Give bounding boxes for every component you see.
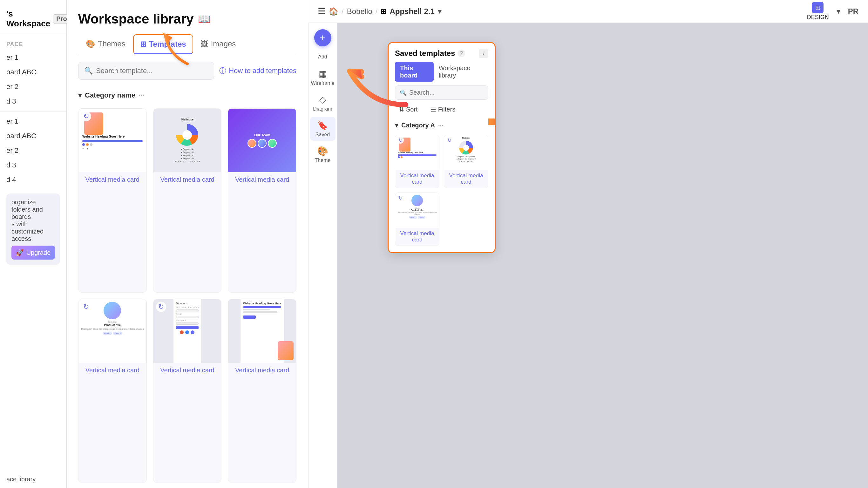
mini-avatar-3 bbox=[268, 139, 277, 148]
right-red-arrow-wrapper bbox=[488, 112, 496, 132]
saved-label-2: Label 2 bbox=[418, 216, 426, 219]
mini-numbers: $$ bbox=[82, 147, 143, 150]
mini-bar-1 bbox=[82, 140, 143, 142]
category-more-icon[interactable]: ··· bbox=[138, 91, 144, 99]
sidebar-item-1[interactable]: er 1 bbox=[0, 50, 66, 65]
mini-dot-2 bbox=[86, 143, 89, 146]
sidebar-item-board-abc[interactable]: oard ABC bbox=[0, 65, 66, 80]
mini-dot-3 bbox=[90, 143, 92, 146]
saved-panel-close-button[interactable]: ‹ bbox=[479, 49, 488, 58]
mini-product-labels: Label 1 Label 2 bbox=[81, 332, 144, 335]
sidebar-section-pace: PACE bbox=[0, 35, 66, 50]
template-card-5[interactable]: ↻ Sign up First name Last name Email Pas… bbox=[153, 299, 222, 483]
saved-product-img bbox=[411, 195, 423, 206]
how-to-link[interactable]: ⓘ How to add templates bbox=[219, 66, 297, 75]
breadcrumb-dropdown-icon[interactable]: ▾ bbox=[438, 7, 442, 16]
saved-category-header: ▾ Category A ··· bbox=[389, 119, 495, 131]
saved-category-more[interactable]: ··· bbox=[438, 122, 443, 129]
template-label-4[interactable]: Vertical media card bbox=[79, 363, 147, 378]
mini-form-field-2 bbox=[176, 316, 199, 318]
tab-images[interactable]: 🖼 Images bbox=[193, 34, 244, 54]
design-button[interactable]: ⊞ DESIGN bbox=[807, 2, 829, 21]
saved-card-label-2[interactable]: Vertical media card bbox=[444, 170, 488, 188]
tool-diagram[interactable]: ◇ Diagram bbox=[310, 91, 336, 115]
add-button[interactable]: + bbox=[314, 29, 331, 47]
upgrade-label: Upgrade bbox=[26, 249, 51, 256]
mini-website-gray-1 bbox=[243, 309, 270, 310]
mini-label-2: Label 2 bbox=[113, 332, 122, 335]
saved-category-label: Category A bbox=[401, 122, 435, 129]
mini-label-1: Label 1 bbox=[103, 332, 112, 335]
saved-refresh-2[interactable]: ↻ bbox=[446, 136, 453, 144]
saved-product-labels: Label 1 Label 2 bbox=[409, 216, 426, 219]
category-header: ▾ Category name ··· bbox=[67, 87, 308, 103]
template-label-6[interactable]: Vertical media card bbox=[228, 363, 296, 378]
template-card-1[interactable]: ↻ Website Heading Goes Here $$ Vertical … bbox=[78, 108, 147, 293]
sidebar-item-4[interactable]: er 1 bbox=[0, 114, 66, 129]
mini-product-desc: Description about the product: quis nost… bbox=[81, 328, 144, 330]
diagram-icon: ◇ bbox=[319, 94, 326, 105]
mini-website-bar-1 bbox=[243, 306, 281, 308]
saved-refresh-1[interactable]: ↻ bbox=[397, 136, 404, 144]
breadcrumb-project[interactable]: Bobello bbox=[347, 7, 372, 16]
saved-refresh-3[interactable]: ↻ bbox=[397, 194, 404, 202]
pie-chart-svg bbox=[175, 122, 200, 148]
saved-search-input[interactable] bbox=[409, 89, 484, 96]
refresh-icon-4[interactable]: ↻ bbox=[81, 302, 91, 312]
saved-card-label-3[interactable]: Vertical media card bbox=[395, 228, 439, 246]
topbar-more-icon[interactable]: ▾ bbox=[837, 7, 840, 16]
tool-saved[interactable]: 🔖 Saved bbox=[310, 117, 336, 141]
sidebar-item-7[interactable]: d 3 bbox=[0, 158, 66, 173]
hamburger-icon[interactable]: ☰ bbox=[318, 6, 326, 17]
saved-thumb-2: ↻ Statistics bbox=[444, 135, 488, 170]
mini-website-gray-2 bbox=[243, 311, 277, 313]
how-to-label: How to add templates bbox=[229, 67, 297, 75]
theme-label: Theme bbox=[315, 158, 331, 163]
template-card-2[interactable]: Statistics ■ Segment A■ Segment B■ Segme… bbox=[153, 108, 222, 293]
themes-icon: 🎨 bbox=[86, 39, 95, 48]
template-card-6[interactable]: Website Heading Goes Here Vertical media… bbox=[228, 299, 297, 483]
upgrade-button[interactable]: 🚀 Upgrade bbox=[11, 246, 55, 260]
saved-mini-stats-title: Statistics bbox=[462, 137, 470, 139]
mini-chart-title: Statistics bbox=[181, 118, 193, 121]
library-title-row: Workspace library 📖 bbox=[78, 11, 297, 27]
tab-themes-label: Themes bbox=[98, 39, 125, 48]
template-label-3[interactable]: Vertical media card bbox=[228, 172, 296, 187]
saved-label: Saved bbox=[315, 132, 330, 138]
template-thumb-6: Website Heading Goes Here bbox=[228, 299, 296, 363]
sidebar-item-2[interactable]: er 2 bbox=[0, 80, 66, 94]
breadcrumb: 🏠 / Bobello / ⊞ Appshell 2.1 ▾ bbox=[329, 7, 442, 16]
template-label-2[interactable]: Vertical media card bbox=[153, 172, 221, 187]
breadcrumb-board[interactable]: Appshell 2.1 bbox=[390, 7, 434, 16]
sidebar-item-6[interactable]: er 2 bbox=[0, 143, 66, 158]
refresh-icon-1[interactable]: ↻ bbox=[81, 111, 91, 121]
template-card-4[interactable]: ↻ Subtitle Product title Description abo… bbox=[78, 299, 147, 483]
workspace-library-label: Workspace library bbox=[439, 64, 470, 79]
filters-button[interactable]: ☰ Filters bbox=[427, 103, 459, 115]
templates-icon: ⊞ bbox=[140, 40, 147, 49]
template-label-5[interactable]: Vertical media card bbox=[153, 363, 221, 378]
sidebar-divider bbox=[0, 111, 66, 112]
saved-help-icon: ? bbox=[458, 50, 465, 57]
mini-team-title: Our Team bbox=[254, 133, 270, 137]
saved-card-2[interactable]: ↻ Statistics bbox=[444, 135, 488, 188]
mini-avatars bbox=[248, 139, 277, 148]
sidebar-footer-link[interactable]: ace library bbox=[0, 470, 66, 488]
diagram-label: Diagram bbox=[313, 106, 332, 112]
saved-card-1[interactable]: ↻ Website Heading Goes Here bbox=[395, 135, 439, 188]
tab-themes[interactable]: 🎨 Themes bbox=[78, 34, 133, 54]
template-label-1[interactable]: Vertical media card bbox=[79, 172, 147, 187]
sidebar: 's Workspace Pro PACE er 1 oard ABC er 2… bbox=[0, 0, 67, 488]
template-card-3[interactable]: Our Team Vertical media card bbox=[228, 108, 297, 293]
saved-card-3[interactable]: ↻ Subtitle Product title Description abo… bbox=[395, 192, 439, 246]
refresh-icon-5[interactable]: ↻ bbox=[156, 302, 166, 312]
home-icon[interactable]: 🏠 bbox=[329, 7, 338, 16]
tool-theme[interactable]: 🎨 Theme bbox=[310, 143, 336, 166]
mini-product-title: Product title bbox=[81, 324, 144, 327]
sidebar-item-3[interactable]: d 3 bbox=[0, 94, 66, 109]
saved-tab-workspace[interactable]: Workspace library bbox=[434, 62, 488, 82]
tool-wireframe[interactable]: ▦ Wireframe bbox=[310, 65, 336, 89]
sidebar-item-5[interactable]: oard ABC bbox=[0, 129, 66, 143]
saved-card-label-1[interactable]: Vertical media card bbox=[395, 170, 439, 188]
sidebar-item-8[interactable]: d 4 bbox=[0, 173, 66, 187]
